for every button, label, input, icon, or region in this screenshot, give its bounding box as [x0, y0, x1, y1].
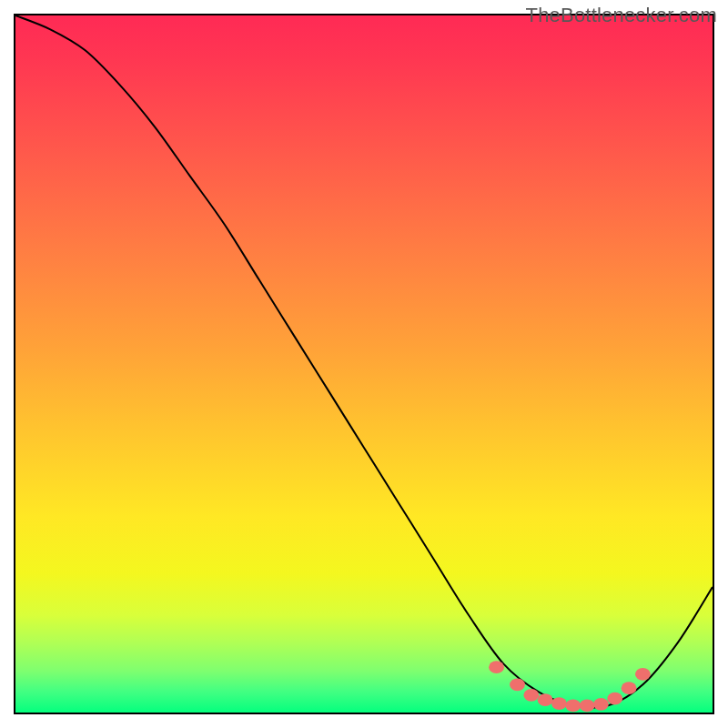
- highlight-marker: [580, 699, 595, 712]
- highlight-marker: [551, 697, 567, 710]
- highlight-marker: [538, 693, 553, 706]
- highlight-marker: [510, 678, 525, 691]
- bottleneck-curve: [15, 15, 713, 708]
- highlight-marker: [635, 668, 651, 681]
- highlight-markers: [489, 661, 651, 712]
- plot-area: [14, 14, 714, 714]
- highlight-marker: [523, 689, 539, 702]
- highlight-marker: [622, 682, 637, 694]
- watermark-text: TheBottlenecker.com: [526, 4, 717, 27]
- highlight-marker: [607, 693, 622, 705]
- chart-svg: [15, 15, 713, 713]
- highlight-marker: [565, 699, 581, 712]
- chart-container: TheBottlenecker.com: [0, 0, 728, 728]
- highlight-marker: [489, 661, 504, 673]
- highlight-marker: [593, 698, 609, 711]
